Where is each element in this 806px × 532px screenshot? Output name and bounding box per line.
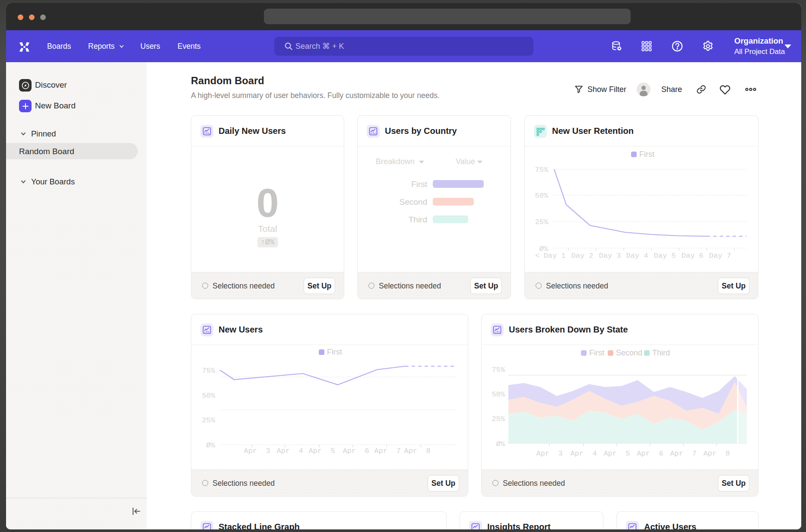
svg-text:75%: 75% [202, 367, 215, 375]
svg-text:First: First [639, 150, 654, 158]
svg-text:Day 2: Day 2 [571, 252, 593, 260]
svg-text:Ø%: Ø% [206, 441, 216, 450]
svg-text:First: First [327, 348, 342, 356]
svg-text:Apr 5: Apr 5 [308, 447, 335, 455]
svg-text:Day 3: Day 3 [599, 252, 621, 260]
svg-text:Day 6: Day 6 [681, 252, 703, 260]
svg-text:Apr 4: Apr 4 [570, 450, 597, 458]
svg-text:Apr 7: Apr 7 [374, 447, 400, 455]
svg-text:Apr 3: Apr 3 [536, 450, 562, 458]
svg-text:75%: 75% [535, 166, 548, 174]
svg-text:25%: 25% [492, 415, 505, 423]
svg-text:Apr 7: Apr 7 [670, 450, 696, 458]
svg-text:Apr 5: Apr 5 [603, 450, 630, 458]
svg-text:Apr 4: Apr 4 [276, 447, 303, 455]
svg-text:Day 7: Day 7 [709, 252, 731, 260]
svg-text:Apr 8: Apr 8 [703, 450, 730, 458]
svg-text:Apr 8: Apr 8 [404, 447, 430, 455]
svg-text:First: First [589, 348, 604, 357]
svg-text:Day 4: Day 4 [626, 252, 648, 260]
svg-text:Third: Third [652, 348, 670, 357]
svg-text:Second: Second [616, 348, 642, 357]
svg-text:Apr 6: Apr 6 [343, 447, 369, 455]
svg-text:75%: 75% [492, 366, 505, 374]
svg-text:50%: 50% [535, 192, 548, 200]
svg-text:50%: 50% [202, 392, 215, 400]
svg-text:Ø%: Ø% [496, 440, 505, 448]
svg-text:Day 5: Day 5 [654, 252, 676, 260]
svg-text:Apr 3: Apr 3 [244, 447, 270, 455]
svg-text:25%: 25% [535, 218, 548, 226]
svg-text:25%: 25% [202, 416, 215, 424]
svg-text:Day 1: Day 1 [543, 252, 565, 260]
svg-text:<: < [535, 252, 539, 260]
svg-text:50%: 50% [492, 390, 505, 399]
svg-text:Apr 6: Apr 6 [637, 450, 663, 458]
